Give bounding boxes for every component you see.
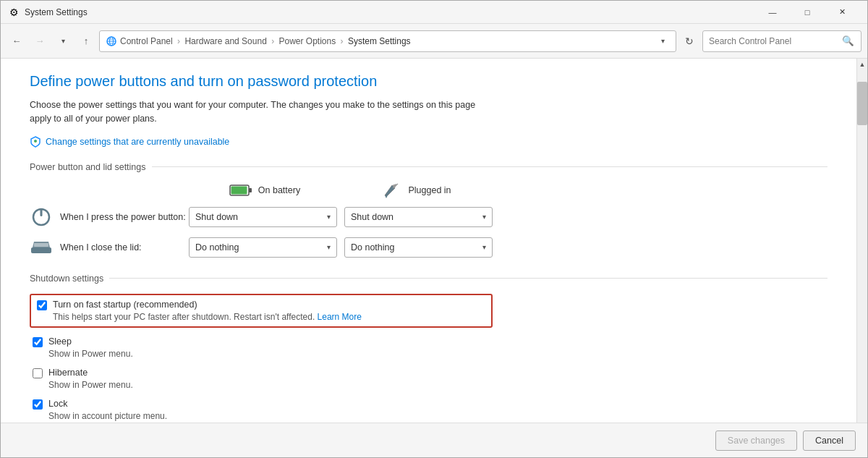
fast-startup-text: Turn on fast startup (recommended): [53, 300, 197, 310]
power-button-battery-dropdown-wrapper: Shut down ▾: [189, 207, 337, 227]
search-box[interactable]: 🔍: [702, 30, 861, 52]
close-lid-row: When I close the lid: Do nothing ▾ Do no…: [30, 236, 493, 259]
fast-startup-checkbox[interactable]: [37, 300, 47, 310]
sleep-label[interactable]: Sleep: [33, 336, 493, 347]
power-button-plugged-dropdown[interactable]: Shut down ▾: [344, 207, 493, 227]
page-description: Choose the power settings that you want …: [30, 98, 493, 126]
main-panel: Define power buttons and turn on passwor…: [1, 59, 856, 423]
content-area: Define power buttons and turn on passwor…: [1, 59, 867, 423]
sleep-item: Sleep Show in Power menu.: [30, 336, 493, 359]
globe-icon: [106, 35, 117, 47]
search-input[interactable]: [709, 36, 838, 46]
svg-rect-12: [41, 209, 43, 216]
search-button[interactable]: 🔍: [841, 34, 855, 48]
minimize-button[interactable]: —: [756, 1, 789, 23]
close-lid-plugged-dropdown[interactable]: Do nothing ▾: [344, 237, 493, 258]
fast-startup-label[interactable]: Turn on fast startup (recommended): [37, 300, 485, 310]
battery-icon: [229, 182, 252, 198]
power-button-battery-dropdown[interactable]: Shut down ▾: [189, 207, 337, 227]
breadcrumb-system-settings[interactable]: System Settings: [348, 36, 411, 46]
sleep-text: Sleep: [48, 336, 72, 347]
shield-icon: [30, 136, 41, 148]
fast-startup-description: This helps start your PC faster after sh…: [53, 312, 485, 322]
close-lid-plugged-value: Do nothing: [351, 242, 394, 253]
title-bar-controls: — □ ✕: [756, 1, 859, 23]
scrollbar-thumb[interactable]: [857, 82, 867, 125]
fast-startup-learn-more-link[interactable]: Learn More: [318, 312, 362, 322]
save-changes-button[interactable]: Save changes: [715, 431, 797, 451]
lock-item: Lock Show in account picture menu.: [30, 399, 493, 421]
sleep-checkbox[interactable]: [33, 337, 43, 347]
scrollbar-up-arrow[interactable]: ▲: [857, 59, 867, 70]
up-button[interactable]: ↑: [76, 31, 96, 51]
close-lid-battery-value: Do nothing: [195, 242, 239, 253]
svg-rect-13: [31, 247, 51, 253]
address-field[interactable]: Control Panel › Hardware and Sound › Pow…: [99, 30, 676, 52]
change-settings-link-row: Change settings that are currently unava…: [30, 136, 827, 148]
close-lid-label: When I close the lid:: [30, 236, 189, 259]
hibernate-description: Show in Power menu.: [48, 380, 493, 390]
close-lid-controls: Do nothing ▾ Do nothing ▾: [189, 237, 493, 258]
close-lid-plugged-dropdown-wrapper: Do nothing ▾: [344, 237, 493, 258]
power-button-battery-value: Shut down: [195, 212, 238, 222]
refresh-button[interactable]: ↻: [679, 31, 699, 51]
title-bar-left: ⚙ System Settings: [9, 7, 88, 18]
plugged-icon: [382, 182, 402, 198]
chevron-down-icon: ▾: [482, 243, 486, 251]
hibernate-checkbox[interactable]: [33, 368, 43, 378]
back-button[interactable]: ←: [7, 31, 27, 51]
shutdown-section-header: Shutdown settings: [30, 273, 827, 284]
close-lid-battery-dropdown-wrapper: Do nothing ▾: [189, 237, 337, 258]
maximize-button[interactable]: □: [791, 1, 824, 23]
power-button-controls: Shut down ▾ Shut down ▾: [189, 207, 493, 227]
power-button-plugged-dropdown-wrapper: Shut down ▾: [344, 207, 493, 227]
power-button-label: When I press the power button:: [30, 205, 189, 229]
address-bar: ← → ▾ ↑ Control Panel › Hardware and Sou…: [1, 24, 867, 59]
sleep-description: Show in Power menu.: [48, 349, 493, 359]
shutdown-section: Turn on fast startup (recommended) This …: [30, 294, 493, 421]
power-button-row: When I press the power button: Shut down…: [30, 205, 493, 229]
plugged-column-header: Plugged in: [341, 182, 493, 198]
breadcrumb-control-panel[interactable]: Control Panel: [120, 36, 173, 46]
lock-label[interactable]: Lock: [33, 399, 493, 410]
address-dropdown-button[interactable]: ▾: [655, 31, 670, 51]
power-button-plugged-value: Shut down: [351, 212, 393, 222]
hibernate-item: Hibernate Show in Power menu.: [30, 368, 493, 390]
main-window: ⚙ System Settings — □ ✕ ← → ▾ ↑ Control …: [0, 0, 868, 458]
battery-label: On battery: [258, 185, 300, 195]
fast-startup-description-text: This helps start your PC faster after sh…: [53, 312, 315, 322]
change-settings-link[interactable]: Change settings that are currently unava…: [46, 137, 229, 147]
settings-table: On battery Plugged in: [30, 182, 493, 259]
svg-rect-8: [249, 188, 252, 192]
scrollbar[interactable]: ▲: [856, 59, 867, 423]
close-lid-battery-dropdown[interactable]: Do nothing ▾: [189, 237, 337, 258]
power-button-icon: [30, 205, 53, 229]
hibernate-text: Hibernate: [48, 368, 88, 378]
hibernate-label[interactable]: Hibernate: [33, 368, 493, 378]
title-bar: ⚙ System Settings — □ ✕: [1, 1, 867, 24]
dropdown-history-button[interactable]: ▾: [53, 31, 73, 51]
battery-column-header: On battery: [189, 182, 341, 198]
cancel-button[interactable]: Cancel: [803, 431, 856, 451]
window-icon: ⚙: [9, 7, 19, 18]
chevron-down-icon: ▾: [327, 213, 331, 221]
lock-text: Lock: [48, 399, 67, 409]
fast-startup-highlighted-box: Turn on fast startup (recommended) This …: [30, 294, 493, 328]
lock-description: Show in account picture menu.: [48, 411, 493, 421]
power-button-row-label: When I press the power button:: [60, 212, 186, 222]
svg-rect-7: [231, 186, 247, 194]
plugged-label: Plugged in: [408, 185, 451, 195]
svg-rect-14: [34, 243, 48, 247]
page-title: Define power buttons and turn on passwor…: [30, 73, 827, 90]
breadcrumb: Control Panel › Hardware and Sound › Pow…: [120, 36, 652, 46]
chevron-down-icon: ▾: [327, 243, 331, 251]
forward-button[interactable]: →: [30, 31, 50, 51]
close-button[interactable]: ✕: [825, 1, 859, 23]
chevron-down-icon: ▾: [482, 213, 486, 221]
breadcrumb-hardware-sound[interactable]: Hardware and Sound: [184, 36, 266, 46]
power-button-section-header: Power button and lid settings: [30, 162, 827, 172]
lid-icon: [30, 236, 53, 259]
lock-checkbox[interactable]: [33, 399, 43, 410]
settings-table-headers: On battery Plugged in: [30, 182, 493, 198]
breadcrumb-power-options[interactable]: Power Options: [279, 36, 336, 46]
